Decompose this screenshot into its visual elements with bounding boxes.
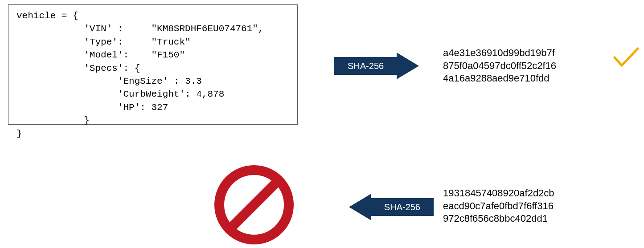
arrow-left-sha256: SHA-256: [349, 194, 434, 220]
arrow-right-label: SHA-256: [348, 61, 384, 71]
prohibit-icon: [214, 165, 294, 245]
svg-line-2: [231, 182, 277, 228]
hash-output-2: 19318457408920af2d2cb eacd90c7afe0fbd7f6…: [443, 187, 554, 225]
checkmark-icon: [613, 47, 640, 69]
arrow-left-label: SHA-256: [384, 202, 420, 212]
arrow-right-sha256: SHA-256: [334, 53, 419, 79]
code-block: vehicle = { 'VIN' : "KM8SRDHF6EU074761",…: [8, 4, 298, 125]
hash-output-1: a4e31e36910d99bd19b7f 875f0a04597dc0ff52…: [443, 47, 556, 85]
